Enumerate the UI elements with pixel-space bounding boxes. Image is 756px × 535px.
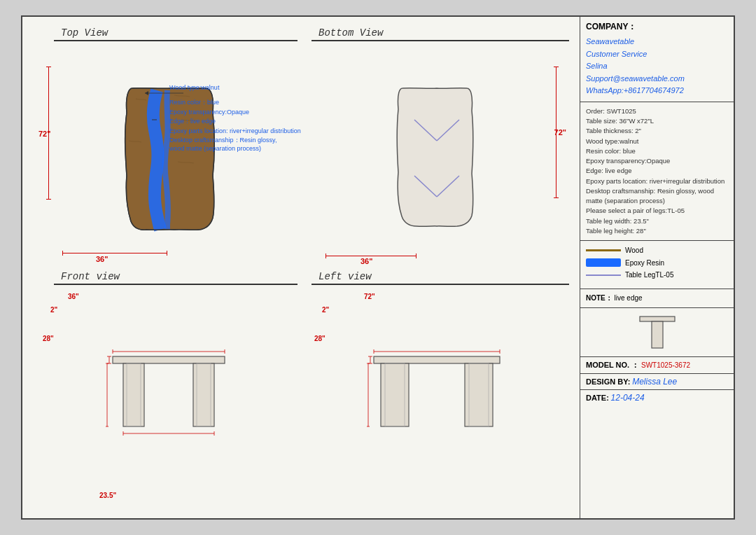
legend-wood-item: Wood — [586, 246, 728, 254]
svg-rect-7 — [113, 356, 225, 363]
company-whatsapp: WhatsApp:+8617704674972 — [586, 85, 728, 97]
table-thickness: Table thickness: 2" — [586, 126, 728, 136]
left-view-svg — [367, 346, 507, 451]
left-view-title: Left view — [312, 271, 569, 282]
svg-rect-8 — [123, 363, 144, 426]
bottom-view-width-dim: 36" — [360, 257, 372, 265]
top-view-height-dim: 72" — [38, 130, 50, 138]
epoxy-transparency: Epoxy transparency:Opaque — [586, 156, 728, 166]
table-sketch-svg — [636, 313, 678, 352]
bottom-view-content: 72" 36" — [304, 46, 569, 268]
front-top-dim: 36" — [68, 293, 79, 300]
bottom-view-cell: Bottom View — [301, 24, 573, 268]
note-value: live edge — [615, 294, 643, 302]
craftsmanship: Desktop craftsmanship: Resin glossy, woo… — [586, 186, 728, 207]
edge-detail: Edge: live edge — [586, 166, 728, 176]
sidebar-note-section: NOTE： live edge — [580, 289, 734, 308]
front-leg-width-dim: 23.5" — [99, 492, 116, 499]
top-view-width-dim: 36" — [96, 255, 108, 263]
front-leg-height-dim: 28" — [43, 335, 54, 342]
note-label: NOTE： — [586, 294, 612, 302]
legs-select: Please select a pair of legs:TL-05 — [586, 206, 728, 216]
front-view-content: 36" 2" 28" 23.5" — [33, 289, 298, 508]
model-value: SWT1025-3672 — [641, 361, 690, 369]
legend-leg-label: Table LegTL-05 — [625, 271, 674, 279]
front-thickness-dim: 2" — [50, 306, 57, 314]
legend-leg-item: Table LegTL-05 — [586, 271, 728, 279]
leg-width: Table leg width: 23.5" — [586, 216, 728, 226]
model-label: MODEL NO. ： — [586, 361, 639, 369]
sidebar-model-section: MODEL NO. ： SWT1025-3672 — [580, 357, 734, 374]
date-value: 12-04-24 — [611, 393, 645, 403]
resin-color: Resin color: blue — [586, 146, 728, 156]
wood-type: Wood type:walnut — [586, 137, 728, 146]
leg-height: Table leg height: 28" — [586, 226, 728, 236]
left-leg-height-dim: 28" — [314, 335, 326, 342]
legend-leg-swatch — [586, 275, 621, 276]
drawing-area: Top View — [22, 17, 580, 518]
sidebar-company-section: COMPANY： Seawavetable Customer Service S… — [580, 17, 734, 102]
technical-drawing-page: Top View — [21, 15, 735, 520]
company-label: COMPANY： — [586, 21, 728, 33]
legend-wood-swatch — [586, 249, 621, 251]
arrow-wood-type — [141, 86, 190, 100]
sidebar: COMPANY： Seawavetable Customer Service S… — [580, 17, 734, 518]
sidebar-design-section: DESIGN BY: Melissa Lee — [580, 374, 734, 390]
svg-marker-2 — [145, 91, 148, 95]
sidebar-legend-section: Wood Epoxy Resin Table LegTL-05 — [580, 241, 734, 289]
svg-rect-38 — [640, 317, 675, 321]
views-grid: Top View — [29, 24, 573, 511]
company-info: Seawavetable Customer Service Selina Sup… — [586, 36, 728, 97]
order: Order: SWT1025 — [586, 106, 728, 116]
sidebar-details-section: Order: SWT1025 Table size: 36"W x72"L Ta… — [580, 102, 734, 241]
legend-resin-swatch — [586, 258, 621, 267]
front-view-svg — [106, 346, 246, 451]
bottom-view-height-dim: 72" — [554, 128, 566, 137]
left-top-dim: 72" — [364, 293, 375, 300]
design-label: DESIGN BY: — [586, 377, 630, 386]
company-name: Seawavetable — [586, 36, 728, 48]
left-thickness-dim: 2" — [322, 306, 329, 314]
bottom-view-title: Bottom View — [312, 27, 569, 39]
legend-resin-label: Epoxy Resin — [625, 259, 664, 267]
epoxy-location: Epoxy parts location: river+irregular di… — [586, 176, 728, 186]
top-view-title: Top View — [54, 27, 298, 39]
table-size: Table size: 36"W x72"L — [586, 116, 728, 126]
svg-rect-39 — [652, 321, 663, 348]
left-view-cell: Left view — [301, 268, 573, 511]
sidebar-table-sketch — [580, 308, 734, 357]
sidebar-date-section: DATE: 12-04-24 — [580, 390, 734, 405]
date-label: DATE: — [586, 394, 609, 402]
svg-rect-24 — [374, 356, 500, 363]
company-service: Customer Service — [586, 48, 728, 61]
top-view-content: 72" 36" Wood type:walnut Resin color：blu… — [33, 46, 298, 268]
front-view-cell: Front view — [29, 268, 301, 511]
company-email: Support@seawavetable.com — [586, 73, 728, 85]
svg-rect-9 — [193, 363, 214, 426]
bottom-view-svg — [390, 85, 484, 232]
left-view-content: 72" 2" 28" — [304, 289, 569, 508]
top-view-cell: Top View — [29, 24, 301, 268]
design-value: Melissa Lee — [632, 377, 677, 387]
legend-wood-label: Wood — [625, 246, 643, 254]
company-contact: Selina — [586, 60, 728, 73]
front-view-title: Front view — [54, 271, 298, 282]
legend-resin-item: Epoxy Resin — [586, 258, 728, 267]
